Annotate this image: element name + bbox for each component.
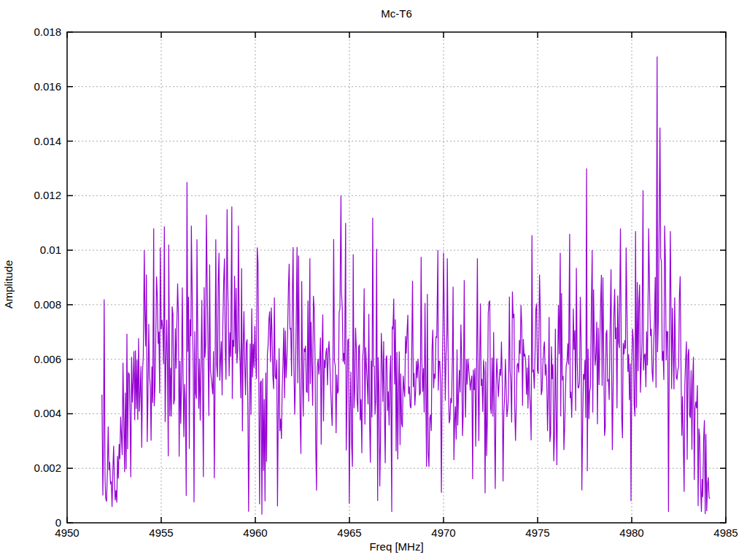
x-tick-label: 4970 xyxy=(418,526,469,539)
y-tick-label: 0.01 xyxy=(0,244,61,256)
y-tick-label: 0.018 xyxy=(0,26,61,38)
x-tick-label: 4965 xyxy=(324,526,375,539)
x-tick-label: 4985 xyxy=(700,526,747,539)
y-tick-label: 0.004 xyxy=(0,407,61,419)
x-tick-label: 4955 xyxy=(136,526,187,539)
y-tick-label: 0.006 xyxy=(0,353,61,365)
x-tick-label: 4975 xyxy=(512,526,563,539)
spectrum-plot-canvas xyxy=(0,0,747,560)
y-tick-label: 0.016 xyxy=(0,80,61,93)
y-tick-label: 0.014 xyxy=(0,135,61,147)
x-tick-label: 4960 xyxy=(230,526,281,539)
x-tick-label: 4980 xyxy=(606,526,657,539)
y-tick-label: 0.008 xyxy=(0,298,61,311)
chart-figure: Mc-T6 Amplitude Freq [MHz] 4950495549604… xyxy=(0,0,747,560)
series-line-Mc-T6 xyxy=(102,57,710,515)
chart-title: Mc-T6 xyxy=(67,7,726,20)
y-tick-label: 0.012 xyxy=(0,189,61,201)
x-axis-label: Freq [MHz] xyxy=(67,540,726,553)
y-tick-label: 0.002 xyxy=(0,462,61,474)
y-tick-label: 0 xyxy=(0,516,61,529)
